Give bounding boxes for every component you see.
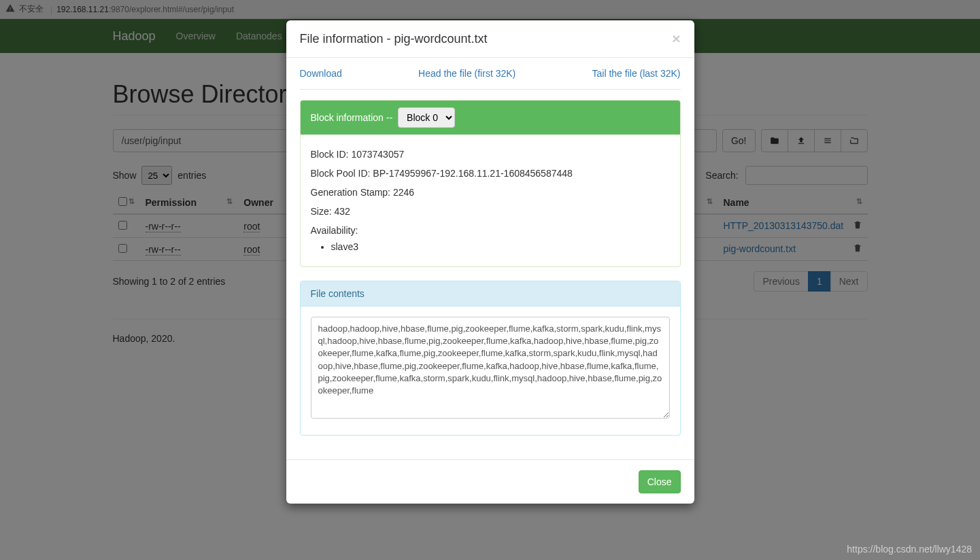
file-contents-heading: File contents — [301, 281, 680, 307]
block-info-label: Block information -- — [311, 112, 393, 123]
size-row: Size: 432 — [311, 202, 670, 221]
gen-stamp-row: Generation Stamp: 2246 — [311, 183, 670, 202]
file-contents-panel: File contents — [300, 281, 681, 371]
block-id-row: Block ID: 1073743057 — [311, 145, 670, 164]
availability-node: slave3 — [331, 237, 670, 256]
head-file-link[interactable]: Head the file (first 32K) — [418, 68, 516, 79]
block-info-panel: Block information -- Block 0 Block ID: 1… — [300, 100, 681, 267]
download-link[interactable]: Download — [300, 68, 342, 79]
file-contents-textarea[interactable] — [311, 317, 670, 371]
modal-close-icon[interactable]: × — [672, 31, 680, 47]
pool-id-row: Block Pool ID: BP-174959967-192.168.11.2… — [311, 164, 670, 183]
modal-title: File information - pig-wordcount.txt — [300, 32, 488, 46]
block-select[interactable]: Block 0 — [398, 107, 455, 128]
availability-list: slave3 — [331, 237, 670, 256]
tail-file-link[interactable]: Tail the file (last 32K) — [592, 68, 681, 79]
file-info-modal: File information - pig-wordcount.txt × D… — [286, 20, 694, 371]
